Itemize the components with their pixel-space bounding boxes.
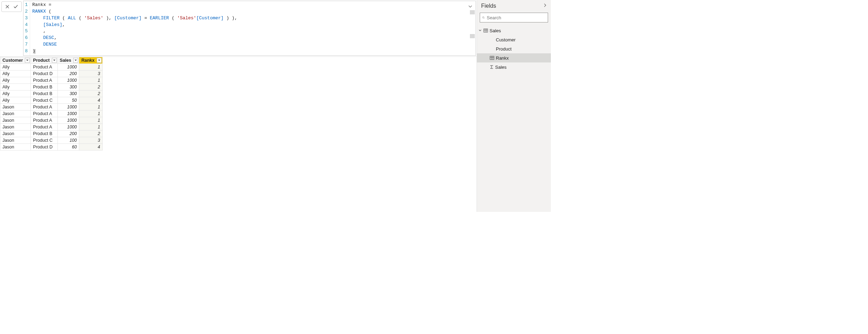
cell-sales[interactable]: 300 bbox=[57, 90, 79, 97]
cell-rankx[interactable]: 1 bbox=[79, 103, 103, 110]
column-filter-button[interactable] bbox=[25, 58, 30, 63]
collapse-pane-button[interactable] bbox=[542, 3, 547, 9]
column-header-product[interactable]: Product bbox=[31, 57, 57, 64]
cell-rankx[interactable]: 4 bbox=[79, 97, 103, 103]
field-label: Product bbox=[496, 46, 512, 52]
cell-customer[interactable]: Jason bbox=[0, 137, 31, 143]
cell-product[interactable]: Product C bbox=[31, 97, 57, 103]
cell-customer[interactable]: Ally bbox=[0, 77, 31, 84]
expand-editor-toggle[interactable] bbox=[467, 3, 473, 9]
cell-sales[interactable]: 1000 bbox=[57, 103, 79, 110]
cell-customer[interactable]: Jason bbox=[0, 143, 31, 150]
cell-sales[interactable]: 50 bbox=[57, 97, 79, 103]
cell-rankx[interactable]: 1 bbox=[79, 77, 103, 84]
fields-table-sales[interactable]: Sales bbox=[477, 26, 551, 35]
cell-rankx[interactable]: 3 bbox=[79, 137, 103, 143]
fields-search[interactable] bbox=[480, 13, 548, 22]
cell-customer[interactable]: Jason bbox=[0, 123, 31, 130]
cell-sales[interactable]: 1000 bbox=[57, 77, 79, 84]
cell-rankx[interactable]: 1 bbox=[79, 117, 103, 123]
cell-sales[interactable]: 1000 bbox=[57, 117, 79, 123]
cell-product[interactable]: Product B bbox=[31, 90, 57, 97]
calc-column-icon bbox=[490, 55, 494, 60]
commit-button[interactable] bbox=[12, 3, 20, 10]
cancel-button[interactable] bbox=[3, 3, 12, 10]
table-row[interactable]: JasonProduct D604 bbox=[0, 143, 103, 150]
fields-header: Fields bbox=[477, 0, 551, 13]
table-row[interactable]: AllyProduct D2003 bbox=[0, 70, 103, 77]
column-header-label: Sales bbox=[60, 58, 71, 63]
table-row[interactable]: JasonProduct B2002 bbox=[0, 130, 103, 137]
field-item-customer[interactable]: Customer bbox=[477, 35, 551, 44]
table-row[interactable]: JasonProduct C1003 bbox=[0, 137, 103, 143]
search-icon bbox=[482, 15, 485, 20]
cell-customer[interactable]: Jason bbox=[0, 130, 31, 137]
cell-rankx[interactable]: 1 bbox=[79, 110, 103, 117]
table-row[interactable]: AllyProduct B3002 bbox=[0, 84, 103, 90]
cell-customer[interactable]: Ally bbox=[0, 64, 31, 70]
column-header-customer[interactable]: Customer bbox=[0, 57, 31, 64]
cell-product[interactable]: Product B bbox=[31, 130, 57, 137]
cell-rankx[interactable]: 2 bbox=[79, 84, 103, 90]
column-filter-button[interactable] bbox=[97, 58, 102, 63]
table-row[interactable]: AllyProduct B3002 bbox=[0, 90, 103, 97]
cell-sales[interactable]: 60 bbox=[57, 143, 79, 150]
chevron-down-icon bbox=[468, 4, 473, 9]
cell-product[interactable]: Product A bbox=[31, 64, 57, 70]
column-header-sales[interactable]: Sales bbox=[57, 57, 79, 64]
cell-sales[interactable]: 100 bbox=[57, 137, 79, 143]
cell-customer[interactable]: Ally bbox=[0, 84, 31, 90]
column-filter-button[interactable] bbox=[52, 58, 57, 63]
cell-product[interactable]: Product D bbox=[31, 70, 57, 77]
cell-customer[interactable]: Ally bbox=[0, 90, 31, 97]
field-item-rankx[interactable]: Rankx bbox=[477, 53, 551, 62]
cell-product[interactable]: Product C bbox=[31, 137, 57, 143]
cell-sales[interactable]: 1000 bbox=[57, 110, 79, 117]
cell-product[interactable]: Product A bbox=[31, 103, 57, 110]
cell-product[interactable]: Product A bbox=[31, 110, 57, 117]
cell-customer[interactable]: Jason bbox=[0, 110, 31, 117]
field-item-sales[interactable]: Sales bbox=[477, 62, 551, 72]
formula-bar: 12345678 Rankx = RANKX ( FILTER ( ALL ( … bbox=[0, 0, 477, 57]
cell-sales[interactable]: 1000 bbox=[57, 123, 79, 130]
cell-rankx[interactable]: 4 bbox=[79, 143, 103, 150]
cell-product[interactable]: Product B bbox=[31, 84, 57, 90]
table-row[interactable]: JasonProduct A10001 bbox=[0, 103, 103, 110]
cell-rankx[interactable]: 1 bbox=[79, 123, 103, 130]
column-filter-button[interactable] bbox=[73, 58, 78, 63]
table-row[interactable]: AllyProduct A10001 bbox=[0, 77, 103, 84]
table-icon bbox=[483, 28, 488, 33]
field-item-product[interactable]: Product bbox=[477, 44, 551, 53]
table-row[interactable]: JasonProduct A10001 bbox=[0, 117, 103, 123]
formula-editor[interactable]: 12345678 Rankx = RANKX ( FILTER ( ALL ( … bbox=[23, 1, 476, 56]
caret-down-icon bbox=[74, 59, 77, 62]
cell-rankx[interactable]: 3 bbox=[79, 70, 103, 77]
minimap-scrollbar[interactable] bbox=[470, 10, 475, 38]
cell-sales[interactable]: 200 bbox=[57, 70, 79, 77]
cell-product[interactable]: Product D bbox=[31, 143, 57, 150]
cell-sales[interactable]: 1000 bbox=[57, 64, 79, 70]
data-grid[interactable]: CustomerProductSalesRankxAllyProduct A10… bbox=[0, 57, 103, 151]
sigma-icon bbox=[490, 65, 494, 69]
column-header-rankx[interactable]: Rankx bbox=[79, 57, 103, 64]
table-row[interactable]: AllyProduct C504 bbox=[0, 97, 103, 103]
cell-customer[interactable]: Ally bbox=[0, 70, 31, 77]
cell-rankx[interactable]: 2 bbox=[79, 90, 103, 97]
cell-rankx[interactable]: 2 bbox=[79, 130, 103, 137]
table-row[interactable]: JasonProduct A10001 bbox=[0, 123, 103, 130]
fields-search-input[interactable] bbox=[487, 15, 546, 20]
cell-sales[interactable]: 300 bbox=[57, 84, 79, 90]
cell-product[interactable]: Product A bbox=[31, 123, 57, 130]
cell-customer[interactable]: Jason bbox=[0, 103, 31, 110]
cell-product[interactable]: Product A bbox=[31, 117, 57, 123]
cell-sales[interactable]: 200 bbox=[57, 130, 79, 137]
cell-customer[interactable]: Ally bbox=[0, 97, 31, 103]
table-row[interactable]: AllyProduct A10001 bbox=[0, 64, 103, 70]
cell-customer[interactable]: Jason bbox=[0, 117, 31, 123]
table-row[interactable]: JasonProduct A10001 bbox=[0, 110, 103, 117]
svg-rect-1 bbox=[484, 29, 487, 32]
cell-rankx[interactable]: 1 bbox=[79, 64, 103, 70]
cell-product[interactable]: Product A bbox=[31, 77, 57, 84]
dax-code[interactable]: Rankx = RANKX ( FILTER ( ALL ( 'Sales' )… bbox=[30, 1, 476, 55]
svg-rect-2 bbox=[490, 56, 494, 60]
